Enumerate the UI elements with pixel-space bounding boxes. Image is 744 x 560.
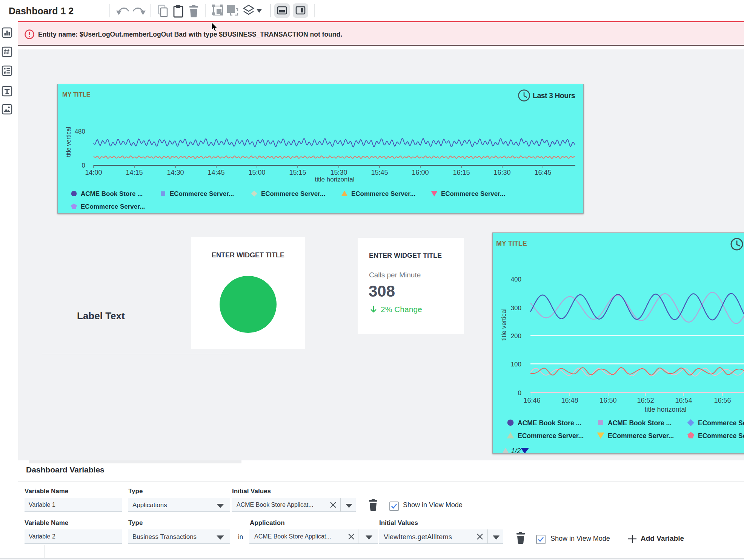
svg-text:ECommerce Server...: ECommerce Server... [351, 190, 415, 197]
svg-text:ECommerce Server...: ECommerce Server... [261, 190, 325, 197]
svg-text:16:50: 16:50 [600, 397, 616, 404]
svg-text:MY TITLE: MY TITLE [62, 91, 91, 98]
svg-text:title vertical: title vertical [500, 308, 507, 340]
svg-text:16:45: 16:45 [534, 169, 551, 176]
svg-text:16:46: 16:46 [523, 397, 540, 404]
svg-text:16:48: 16:48 [561, 397, 578, 404]
svg-text:16:52: 16:52 [637, 397, 654, 404]
svg-text:15:30: 15:30 [330, 169, 347, 176]
svg-text:14:30: 14:30 [167, 169, 184, 176]
svg-text:200: 200 [511, 332, 521, 340]
svg-text:ACME Book Store ...: ACME Book Store ... [81, 190, 143, 197]
svg-text:300: 300 [511, 305, 521, 312]
svg-text:ECommerce Server...: ECommerce Server... [441, 190, 505, 197]
svg-text:MY TITLE: MY TITLE [496, 240, 527, 247]
svg-text:ECommerce Server...: ECommerce Server... [81, 203, 145, 210]
svg-text:16:54: 16:54 [675, 397, 692, 404]
svg-text:15:00: 15:00 [248, 169, 265, 176]
svg-text:Last 3 Hours: Last 3 Hours [533, 91, 575, 100]
svg-text:16:56: 16:56 [714, 397, 731, 404]
svg-text:ECommerce Ser: ECommerce Ser [698, 432, 744, 440]
svg-text:100: 100 [511, 361, 521, 368]
svg-text:ECommerce Server...: ECommerce Server... [518, 432, 584, 440]
svg-text:ACME Book Store ...: ACME Book Store ... [608, 419, 672, 427]
svg-text:15:45: 15:45 [371, 169, 388, 176]
svg-text:14:45: 14:45 [208, 169, 224, 176]
svg-text:1/2: 1/2 [511, 447, 521, 454]
svg-text:0: 0 [518, 389, 521, 397]
svg-text:16:00: 16:00 [412, 169, 429, 176]
svg-text:ECommerce Server...: ECommerce Server... [170, 190, 234, 197]
svg-text:title vertical: title vertical [65, 127, 72, 157]
svg-text:15:15: 15:15 [289, 169, 306, 176]
svg-text:title horizontal: title horizontal [315, 176, 355, 183]
svg-text:400: 400 [511, 276, 521, 283]
svg-text:16:30: 16:30 [493, 169, 510, 176]
svg-text:ECommerce Ser: ECommerce Ser [698, 419, 744, 427]
svg-text:0: 0 [82, 162, 85, 169]
svg-text:14:00: 14:00 [85, 169, 102, 176]
svg-text:480: 480 [75, 128, 85, 135]
svg-text:16:15: 16:15 [453, 169, 470, 176]
svg-text:ECommerce Server...: ECommerce Server... [608, 432, 674, 440]
svg-text:ACME Book Store ...: ACME Book Store ... [518, 419, 581, 427]
svg-text:title horizontal: title horizontal [644, 406, 686, 413]
svg-text:14:15: 14:15 [126, 169, 143, 176]
